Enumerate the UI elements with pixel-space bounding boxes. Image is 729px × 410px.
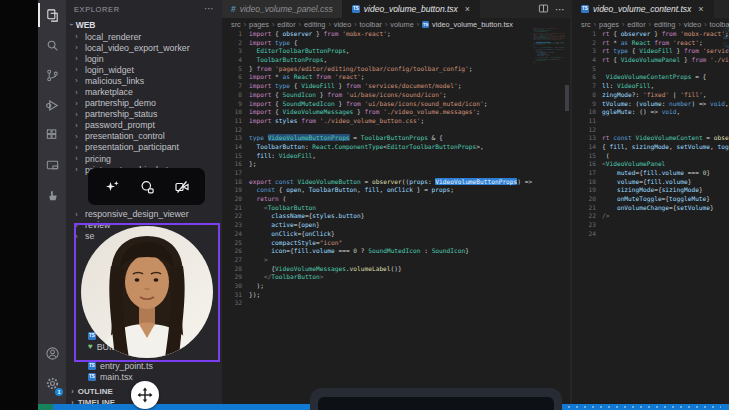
code-line: 5 (572, 65, 729, 74)
breadcrumb-segment[interactable]: video (684, 20, 701, 29)
activity-bar-bottom: 1 (38, 338, 66, 398)
breadcrumb-segment[interactable]: editing (654, 20, 676, 29)
line-number: 7 (222, 82, 249, 91)
code-text: </ToolbarButton> (249, 273, 324, 282)
file-tree-lower: TSentry_point.tsTSmain.tsx (66, 360, 222, 383)
breadcrumb-segment[interactable]: editing (304, 20, 326, 29)
breadcrumb-segment[interactable]: toolbar (360, 20, 382, 29)
activity-item-settings[interactable]: 1 (38, 368, 66, 398)
split-editor-icon[interactable] (538, 0, 549, 18)
tree-item[interactable]: ›login (66, 53, 222, 64)
code-text: import { VideoVolumeMessages } from './v… (249, 108, 480, 117)
scrollbar-thumb[interactable] (565, 85, 569, 111)
tree-item-label: presentation_control (85, 131, 165, 141)
workspace-section-web[interactable]: › WEB (66, 18, 222, 31)
close-tab-icon[interactable]: × (698, 5, 703, 13)
code-line: 11import styles from './video_volume_but… (222, 117, 570, 126)
code-editor[interactable]: 1import { observer } from 'mobx-react';2… (222, 30, 570, 308)
line-number: 14 (572, 143, 602, 152)
code-line: 16<VideoVolumePanel (572, 160, 729, 169)
breadcrumb-separator: › (417, 21, 419, 28)
activity-item-run-debug[interactable] (38, 90, 66, 120)
run-debug-icon (45, 98, 60, 113)
tree-item[interactable]: ›local_video_export_worker (66, 42, 222, 53)
breadcrumb-file[interactable]: TSvideo_volume_button.tsx (422, 20, 513, 29)
tab-video_volume_panel.css[interactable]: #video_volume_panel.css (222, 0, 343, 18)
activity-item-hand[interactable] (38, 180, 66, 210)
webcam-move-handle[interactable] (131, 381, 159, 409)
tree-item[interactable]: ›pricing (66, 153, 222, 164)
activity-item-search[interactable] (38, 30, 66, 60)
chevron-right-icon: › (75, 132, 80, 140)
tree-item-label: presentation_participant (85, 142, 179, 152)
capture-icon[interactable] (139, 179, 155, 195)
code-text: ll: VideoFill, (602, 82, 654, 91)
breadcrumb-segment[interactable]: src (581, 20, 591, 29)
breadcrumb-segment[interactable]: editor (277, 20, 295, 29)
tree-item[interactable]: ›malicious_links (66, 75, 222, 86)
minimap-line: 11import styles from './video_volume_but… (533, 39, 565, 40)
typescript-file-icon: TS (352, 5, 360, 13)
webcam-overlay[interactable] (74, 223, 220, 362)
code-line: 24 onClick={onClick} (222, 230, 570, 239)
code-text: <VideoVolumePanel (602, 160, 665, 169)
bottom-sheet-overlay[interactable] (310, 388, 562, 410)
editor-more-actions-icon[interactable]: ⋯ (555, 4, 566, 15)
activity-item-account[interactable] (38, 338, 66, 368)
chevron-right-icon: › (75, 44, 80, 52)
tab-video_volume_content.tsx[interactable]: TSvideo_volume_content.tsx× (572, 0, 714, 18)
breadcrumb-segment[interactable]: pages (249, 20, 269, 29)
tree-item[interactable]: ›login_widget (66, 64, 222, 75)
close-tab-icon[interactable]: × (465, 5, 470, 13)
tree-item[interactable]: ›local_renderer (66, 31, 222, 42)
tree-item[interactable]: ›partnership_status (66, 109, 222, 120)
tree-item[interactable]: ›partnership_demo (66, 98, 222, 109)
line-number: 21 (572, 204, 602, 213)
breadcrumb[interactable]: src›pages›editor›editing›video›toolbar (572, 18, 729, 30)
minimap-line: 26 icon={fill.volume === 0 ? SoundMutedI… (533, 57, 565, 58)
breadcrumb-segment[interactable]: video (334, 20, 351, 29)
code-text: EditorToolbarButtonProps, (249, 47, 350, 56)
minimap[interactable]: 1import { observer } from 'mobx-react';2… (533, 28, 565, 65)
tree-item[interactable]: ›password_prompt (66, 120, 222, 131)
breadcrumb[interactable]: src›pages›editor›editing›video›toolbar›v… (222, 18, 570, 30)
code-line: 16}; (222, 160, 570, 169)
ai-sparkle-icon[interactable] (104, 179, 120, 195)
line-number: 15 (222, 152, 249, 161)
breadcrumb-segment[interactable]: src (231, 20, 241, 29)
line-number: 30 (222, 282, 249, 291)
tree-item[interactable]: ›responsive_design_viewer (66, 209, 222, 220)
line-number: 28 (222, 265, 249, 274)
tree-item[interactable]: ›marketplace (66, 86, 222, 97)
activity-item-extensions[interactable] (38, 120, 66, 150)
code-line: 3 EditorToolbarButtonProps, (222, 47, 570, 56)
sidebar-more-actions-icon[interactable]: ⋯ (204, 5, 214, 13)
tree-item[interactable]: ›presentation_participant (66, 142, 222, 153)
activity-item-remote-window[interactable] (38, 150, 66, 180)
code-text: import styles from './video_volume_butto… (249, 117, 424, 126)
code-line: 17 muted={fill.volume === 0} (572, 169, 729, 178)
tab-video_volume_button.tsx[interactable]: TSvideo_volume_button.tsx× (343, 0, 480, 18)
code-line: 25 compactStyle="icon" (222, 239, 570, 248)
breadcrumb-segment[interactable]: pages (599, 20, 619, 29)
minimap[interactable]: 1rt { observer } from 'mobx-react';2rt *… (723, 28, 729, 55)
code-line: 5} from 'pages/editor/editing/toolbar/co… (222, 65, 570, 74)
line-number: 22 (572, 212, 602, 221)
remote-indicator[interactable] (38, 404, 53, 410)
account-icon (45, 346, 60, 361)
activity-item-source-control[interactable] (38, 60, 66, 90)
sidebar-title: EXPLORER (74, 5, 204, 14)
tree-item[interactable]: ›presentation_control (66, 131, 222, 142)
breadcrumb-segment[interactable]: volume (390, 20, 414, 29)
line-number: 10 (222, 108, 249, 117)
code-editor[interactable]: 1rt { observer } from 'mobx-react';2rt *… (572, 30, 729, 239)
line-number: 22 (222, 212, 249, 221)
breadcrumb-segment[interactable]: editor (627, 20, 645, 29)
tree-item-label: pricing (85, 154, 111, 164)
source-control-icon (45, 68, 60, 83)
chevron-right-icon: › (75, 121, 80, 129)
activity-item-explorer[interactable] (38, 0, 66, 30)
activity-bar-top (38, 0, 66, 210)
code-text: icon={fill.volume === 0 ? SoundMutedIcon… (249, 247, 469, 256)
camera-flip-icon[interactable] (174, 179, 190, 195)
